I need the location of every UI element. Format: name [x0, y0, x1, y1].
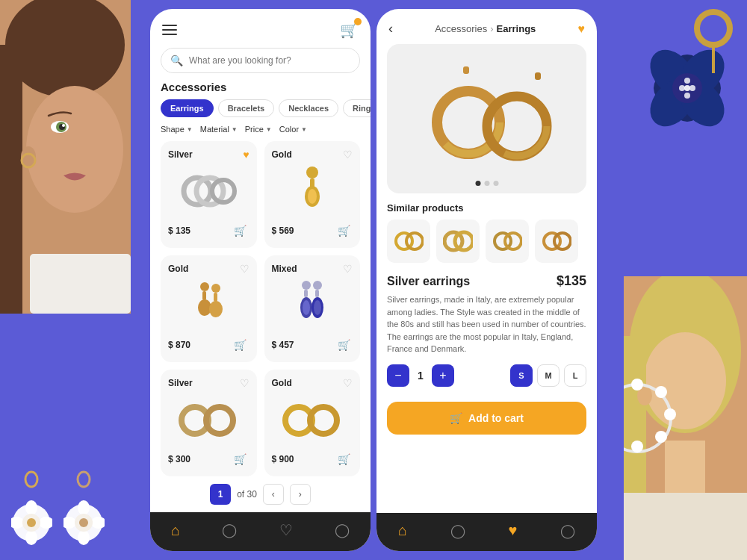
price-filter[interactable]: Price ▼	[245, 125, 272, 134]
similar-title: Similar products	[387, 202, 586, 214]
product-detail-panel: ‹ Accessories › Earrings ♥	[376, 9, 597, 551]
chip-necklaces[interactable]: Necklaces	[279, 99, 338, 117]
back-button[interactable]: ‹	[388, 21, 393, 37]
svg-point-59	[406, 233, 423, 249]
product-name: Silver earrings	[387, 275, 470, 288]
svg-rect-38	[214, 293, 217, 302]
add-to-cart-4[interactable]: 🛒	[335, 336, 353, 354]
favorite-button-6[interactable]: ♡	[343, 377, 353, 389]
similar-item-2[interactable]	[436, 220, 480, 263]
nav-chat-1[interactable]: ◯	[222, 522, 237, 538]
showcase-dots	[475, 181, 498, 186]
shape-filter[interactable]: Shape ▼	[161, 125, 193, 134]
earring-right-deco	[63, 470, 105, 545]
add-to-cart-6[interactable]: 🛒	[335, 450, 353, 468]
panel2-header: ‹ Accessories › Earrings ♥	[376, 9, 597, 44]
favorite-button-4[interactable]: ♡	[343, 263, 353, 275]
breadcrumb-chevron: ›	[490, 23, 493, 34]
chip-rings[interactable]: Rings	[343, 99, 371, 117]
size-options: S M L	[510, 364, 586, 387]
earring-decoration	[11, 470, 105, 545]
material-filter[interactable]: Material ▼	[200, 125, 238, 134]
dot-2[interactable]	[484, 181, 489, 186]
dot-1[interactable]	[475, 181, 480, 186]
cart-button[interactable]: 🛒	[340, 21, 359, 39]
nav-home-2[interactable]: ⌂	[398, 522, 407, 539]
favorite-button-2[interactable]: ♡	[343, 149, 353, 161]
favorite-button-1[interactable]: ♥	[243, 149, 249, 161]
cart-badge	[354, 18, 362, 25]
menu-button[interactable]	[162, 22, 177, 38]
product-image-4	[272, 279, 353, 332]
total-pages: of 30	[237, 489, 257, 500]
svg-rect-10	[30, 254, 131, 314]
search-icon: 🔍	[170, 55, 183, 66]
add-to-cart-3[interactable]: 🛒	[232, 336, 249, 354]
size-l-button[interactable]: L	[564, 364, 586, 387]
product-card-1[interactable]: Silver ♥ $ 135 🛒	[161, 141, 257, 248]
breadcrumb-current: Earrings	[497, 23, 536, 34]
product-card-3[interactable]: Gold ♡ $ 870 🛒	[161, 255, 257, 362]
svg-rect-56	[463, 66, 469, 74]
similar-grid	[387, 220, 586, 263]
similar-section: Similar products	[376, 193, 597, 269]
svg-rect-96	[665, 441, 705, 493]
nav-wishlist-1[interactable]: ♡	[279, 521, 293, 539]
dot-3[interactable]	[493, 181, 498, 186]
svg-point-79	[684, 85, 690, 91]
add-to-cart-5[interactable]: 🛒	[232, 450, 249, 468]
nav-profile-1[interactable]: ◯	[335, 522, 350, 538]
product-card-2[interactable]: Gold ♡ $ 569 🛒	[264, 141, 361, 248]
search-input[interactable]	[189, 55, 350, 66]
next-page-button[interactable]: ›	[290, 484, 311, 505]
product-price: $135	[557, 273, 586, 289]
svg-point-3	[26, 86, 123, 213]
similar-item-1[interactable]	[387, 220, 430, 263]
filter-dropdowns: Shape ▼ Material ▼ Price ▼ Color ▼	[150, 125, 371, 141]
product-card-6[interactable]: Gold ♡ $ 900 🛒	[264, 370, 361, 476]
model-face-illustration	[0, 0, 131, 314]
svg-point-13	[25, 500, 37, 515]
prev-page-button[interactable]: ‹	[263, 484, 284, 505]
similar-item-4[interactable]	[535, 220, 578, 263]
breadcrumb: Accessories › Earrings	[435, 23, 536, 34]
chip-bracelets[interactable]: Bracelets	[218, 99, 275, 117]
nav-chat-2[interactable]: ◯	[450, 523, 465, 539]
blonde-model-illustration	[624, 276, 747, 560]
size-m-button[interactable]: M	[537, 364, 560, 387]
svg-point-21	[78, 500, 90, 515]
add-to-cart-button[interactable]: 🛒 Add to cart	[387, 402, 586, 435]
favorite-button-3[interactable]: ♡	[240, 263, 249, 275]
left-decoration	[0, 0, 131, 560]
color-filter[interactable]: Color ▼	[279, 125, 307, 134]
nav-profile-2[interactable]: ◯	[560, 523, 575, 539]
svg-point-43	[303, 300, 310, 315]
product-image-2	[272, 165, 353, 217]
favorite-button-5[interactable]: ♡	[240, 377, 249, 389]
svg-point-47	[314, 300, 321, 315]
size-s-button[interactable]: S	[510, 364, 533, 387]
svg-point-91	[631, 441, 643, 452]
svg-point-30	[306, 167, 318, 178]
panel1-bottom-nav: ⌂ ◯ ♡ ◯	[150, 512, 371, 551]
product-detail-info: Silver earrings $135 Silver earrings, ma…	[376, 269, 597, 402]
blue-flower-earring	[624, 6, 747, 159]
qty-increase-button[interactable]: +	[432, 364, 454, 387]
similar-item-3[interactable]	[486, 220, 529, 263]
add-to-cart-label: Add to cart	[468, 412, 524, 424]
add-to-cart-1[interactable]: 🛒	[232, 222, 249, 240]
svg-point-89	[664, 408, 676, 420]
product-card-5[interactable]: Silver ♡ $ 300 🛒	[161, 370, 257, 476]
section-title: Accessories	[150, 81, 371, 99]
nav-wishlist-2[interactable]: ♥	[508, 522, 517, 539]
nav-home-1[interactable]: ⌂	[171, 522, 180, 539]
search-bar[interactable]: 🔍	[161, 48, 360, 73]
current-page: 1	[210, 484, 231, 505]
add-to-cart-2[interactable]: 🛒	[335, 222, 353, 240]
product-description: Silver earrings, made in Italy, are extr…	[387, 293, 586, 355]
qty-decrease-button[interactable]: −	[387, 364, 409, 387]
quantity-control: − 1 +	[387, 364, 454, 387]
favorite-button-detail[interactable]: ♥	[577, 22, 585, 36]
chip-earrings[interactable]: Earrings	[161, 99, 214, 117]
product-card-4[interactable]: Mixed ♡	[264, 255, 361, 362]
